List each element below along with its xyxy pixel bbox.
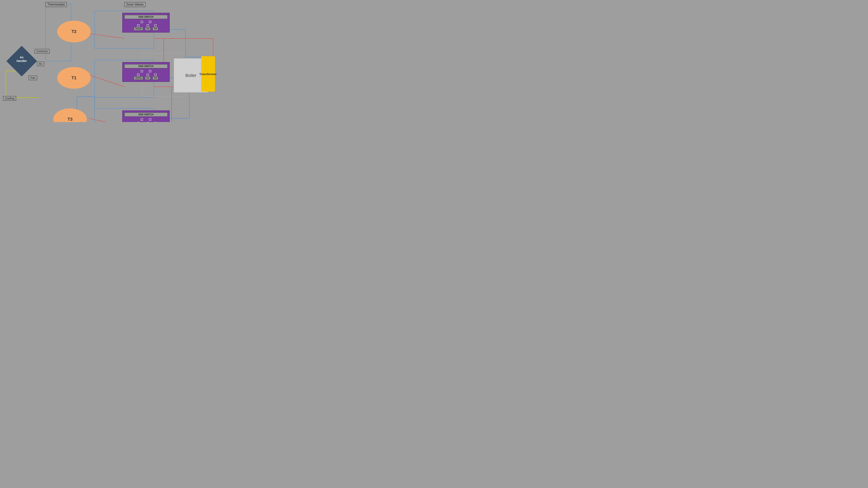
pin-es1-t3: [141, 118, 143, 121]
common-label: Common: [34, 49, 50, 54]
transformer-box: Transformer: [201, 56, 215, 92]
cooling-label: Cooling: [3, 96, 16, 101]
end-switch-t1: END SWITCH: [124, 64, 168, 68]
label-thtr-t2: TH/TR: [134, 27, 143, 31]
end-switch-t3: END SWITCH: [124, 112, 168, 117]
pin-thtr-t1: [137, 73, 140, 76]
svg-line-19: [89, 118, 124, 122]
terminal-thtr-t2: TH/TR: [134, 24, 143, 31]
pin-th-t2: [147, 24, 149, 27]
svg-line-11: [89, 34, 124, 38]
svg-line-14: [89, 75, 124, 87]
terminal-th-t1: TH: [145, 73, 151, 80]
zone-valve-t2: END SWITCH TH/TR TH TR: [122, 13, 169, 33]
zone-valve-t3: END SWITCH TH/TR TH TR: [122, 110, 169, 122]
pin-es2-t3: [149, 118, 151, 121]
thermostat-t1: T1: [57, 67, 91, 89]
pin-tr-t1: [154, 73, 157, 76]
end-switch-pins-t1: [124, 70, 168, 72]
zone-valve-t1: END SWITCH TH/TR TH TR: [122, 62, 169, 82]
label-thtr-t1: TH/TR: [134, 76, 143, 80]
label-th-t2: TH: [145, 27, 151, 31]
terminals-t2: TH/TR TH TR: [124, 24, 168, 31]
terminal-thtr-t1: TH/TR: [134, 73, 143, 80]
end-switch-t2: END SWITCH: [124, 15, 168, 19]
label-th-t1: TH: [145, 76, 151, 80]
thermostat-t3: T3: [53, 108, 87, 122]
fan-label: Fan: [29, 75, 37, 80]
terminal-tr-t2: TR: [153, 24, 158, 31]
label-tr-t1: TR: [153, 76, 158, 80]
thermostats-label: Thermostats: [45, 2, 67, 7]
diagram: Thermostats Zone Valves T2 AirHandler Co…: [0, 0, 217, 122]
terminal-tr-t1: TR: [153, 73, 158, 80]
air-handler-text: AirHandler: [11, 56, 32, 63]
label-tr-t2: TR: [153, 27, 158, 31]
pin-es2-t1: [149, 70, 151, 72]
pin-thtr-t2: [137, 24, 140, 27]
end-switch-pins-t3: [124, 118, 168, 121]
pin-es1-t1: [141, 70, 143, 72]
thermostat-t2: T2: [57, 21, 91, 42]
terminals-t1: TH/TR TH TR: [124, 73, 168, 80]
rc-label: Rc: [37, 62, 44, 66]
end-switch-pins-t2: [124, 21, 168, 23]
zone-valves-label: Zone Valves: [124, 2, 146, 7]
pin-es1-t2: [141, 21, 143, 23]
pin-th-t1: [147, 73, 149, 76]
pin-tr-t2: [154, 24, 157, 27]
pin-es2-t2: [149, 21, 151, 23]
terminal-th-t2: TH: [145, 24, 151, 31]
